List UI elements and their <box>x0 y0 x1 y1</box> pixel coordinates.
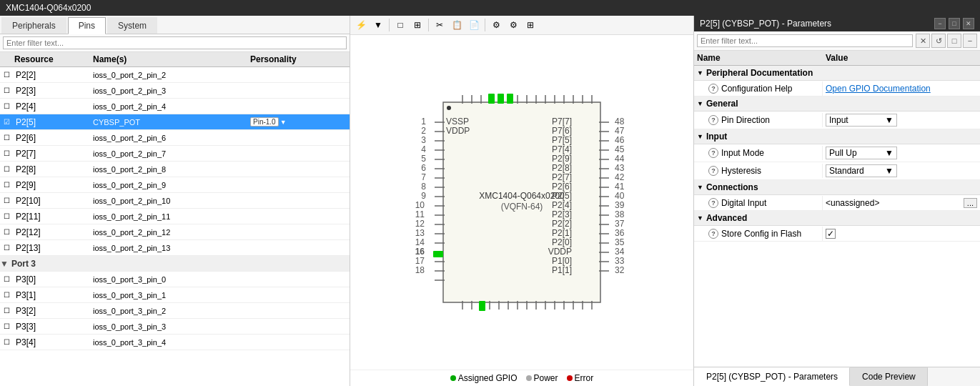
row-names: ioss_0_port_2_pin_4 <box>93 102 250 111</box>
title-close-btn[interactable]: ✕ <box>963 18 974 29</box>
help-icon[interactable]: ? <box>708 115 718 125</box>
toolbar-grid-btn[interactable]: ⊞ <box>410 17 425 33</box>
expand-icon[interactable]: ▼ <box>0 259 10 269</box>
section-peripheral-docs[interactable]: ▼ Peripheral Documentation <box>694 66 980 81</box>
help-icon[interactable]: ? <box>708 84 718 94</box>
digital-input-ellipsis-btn[interactable]: ... <box>964 198 977 208</box>
svg-text:P2[3]: P2[3] <box>552 209 572 219</box>
right-panel-title: P2[5] (CYBSP_POT) - Parameters <box>700 19 831 29</box>
svg-rect-47 <box>433 251 443 257</box>
toolbar-config2-btn[interactable]: ⚙ <box>505 17 521 33</box>
tab-system[interactable]: System <box>107 17 157 34</box>
row-checkbox[interactable]: ☐ <box>0 181 13 189</box>
help-icon[interactable]: ? <box>708 148 718 158</box>
group-header-port3[interactable]: ▼ Port 3 <box>0 256 350 272</box>
table-row[interactable]: ☐ P3[4] ioss_0_port_3_pin_4 <box>0 335 350 350</box>
title-restore-btn[interactable]: □ <box>949 18 960 29</box>
row-checkbox[interactable]: ☐ <box>0 149 13 157</box>
open-gpio-doc-link[interactable]: Open GPIO Documentation <box>826 84 931 94</box>
table-row[interactable]: ☐ P3[0] ioss_0_port_3_pin_0 <box>0 272 350 287</box>
row-checkbox[interactable]: ☐ <box>0 197 13 204</box>
svg-text:P2[9]: P2[9] <box>552 154 572 164</box>
tab-code-preview[interactable]: Code Preview <box>850 367 928 386</box>
right-panel: P2[5] (CYBSP_POT) - Parameters − □ ✕ ✕ ↺… <box>694 16 980 386</box>
row-checkbox[interactable]: ☐ <box>0 212 13 220</box>
table-row[interactable]: ☐ P2[4] ioss_0_port_2_pin_4 <box>0 99 350 114</box>
row-checkbox[interactable]: ☐ <box>0 291 13 299</box>
toolbar-filter-dropdown[interactable]: ▼ <box>370 17 386 33</box>
row-checkbox[interactable]: ☐ <box>0 165 13 173</box>
row-checkbox[interactable]: ☐ <box>0 244 13 252</box>
filter-refresh-btn[interactable]: ↺ <box>931 34 946 48</box>
row-checkbox[interactable]: ☐ <box>0 307 13 315</box>
row-names: ioss_0_port_2_pin_7 <box>93 149 250 158</box>
table-row[interactable]: ☐ P3[3] ioss_0_port_3_pin_3 <box>0 319 350 335</box>
toolbar-export-btn[interactable]: ⊞ <box>523 17 538 33</box>
row-checkbox[interactable]: ☐ <box>0 338 13 346</box>
row-checkbox[interactable]: ☐ <box>0 275 13 283</box>
store-config-checkbox[interactable]: ✓ <box>826 229 836 239</box>
table-row[interactable]: ☐ P2[13] ioss_0_port_2_pin_13 <box>0 240 350 256</box>
left-filter-input[interactable] <box>3 36 347 49</box>
row-checkbox[interactable]: ☐ <box>0 102 13 110</box>
filter-collapse-btn[interactable]: − <box>963 34 977 48</box>
help-icon[interactable]: ? <box>708 198 718 208</box>
param-value-config-help: Open GPIO Documentation <box>823 81 980 96</box>
tab-parameters[interactable]: P2[5] (CYBSP_POT) - Parameters <box>694 367 850 386</box>
svg-text:32: 32 <box>615 265 625 275</box>
table-row[interactable]: ☐ P2[2] ioss_0_port_2_pin_2 <box>0 67 350 83</box>
tab-pins[interactable]: Pins <box>68 17 106 34</box>
row-checkbox[interactable]: ☐ <box>0 71 13 79</box>
table-header: Resource Name(s) Personality <box>0 52 350 67</box>
table-row[interactable]: ☐ P2[11] ioss_0_port_2_pin_11 <box>0 209 350 224</box>
input-mode-dropdown[interactable]: Pull Up ▼ <box>826 147 897 159</box>
filter-expand-btn[interactable]: □ <box>947 34 961 48</box>
table-row[interactable]: ☐ P3[2] ioss_0_port_3_pin_2 <box>0 303 350 319</box>
row-names: ioss_0_port_2_pin_3 <box>93 86 250 95</box>
row-checkbox[interactable]: ☐ <box>0 134 13 142</box>
pin-direction-dropdown[interactable]: Input ▼ <box>826 114 897 127</box>
table-row[interactable]: ☐ P2[6] ioss_0_port_2_pin_6 <box>0 130 350 146</box>
table-row[interactable]: ☐ P2[7] ioss_0_port_2_pin_7 <box>0 146 350 162</box>
table-row-selected[interactable]: ☑ P2[5] CYBSP_POT Pin-1.0 ▼ <box>0 114 350 130</box>
toolbar-filter-btn[interactable]: ⚡ <box>353 17 369 33</box>
row-names: ioss_0_port_2_pin_2 <box>93 71 250 79</box>
section-input[interactable]: ▼ Input <box>694 129 980 144</box>
section-general[interactable]: ▼ General <box>694 96 980 112</box>
legend-assigned-dot <box>450 375 456 381</box>
toolbar-cut-btn[interactable]: ✂ <box>432 17 447 33</box>
param-name-digital-input: ? Digital Input <box>694 196 823 210</box>
row-checkbox[interactable]: ☐ <box>0 228 13 236</box>
table-row[interactable]: ☐ P3[1] ioss_0_port_3_pin_1 <box>0 287 350 303</box>
toolbar-config-btn[interactable]: ⚙ <box>488 17 504 33</box>
table-row[interactable]: ☐ P2[9] ioss_0_port_2_pin_9 <box>0 177 350 193</box>
filter-clear-btn[interactable]: ✕ <box>916 34 930 48</box>
right-filter-input[interactable] <box>697 34 913 47</box>
hysteresis-dropdown[interactable]: Standard ▼ <box>826 164 897 177</box>
param-col-value-header: Value <box>826 53 977 63</box>
toolbar-copy-btn[interactable]: 📋 <box>449 17 465 33</box>
row-checkbox-checked[interactable]: ☑ <box>0 118 13 126</box>
row-checkbox[interactable]: ☐ <box>0 322 13 330</box>
section-connections[interactable]: ▼ Connections <box>694 180 980 195</box>
svg-rect-20 <box>479 301 485 311</box>
chip-area[interactable]: XMC1404-Q064x0200 (VQFN-64) <box>350 35 693 370</box>
table-row[interactable]: ☐ P2[3] ioss_0_port_2_pin_3 <box>0 83 350 99</box>
table-row[interactable]: ☐ P2[8] ioss_0_port_2_pin_8 <box>0 162 350 177</box>
row-resource: P2[12] <box>13 227 93 237</box>
toolbar-paste-btn[interactable]: 📄 <box>466 17 482 33</box>
svg-text:16: 16 <box>415 247 425 257</box>
table-row[interactable]: ☐ P2[12] ioss_0_port_2_pin_12 <box>0 224 350 240</box>
svg-text:43: 43 <box>615 163 625 173</box>
table-row[interactable]: ☐ P2[10] ioss_0_port_2_pin_10 <box>0 193 350 209</box>
title-minimize-btn[interactable]: − <box>934 18 946 29</box>
svg-text:14: 14 <box>415 237 425 247</box>
section-advanced[interactable]: ▼ Advanced <box>694 211 980 226</box>
tab-peripherals[interactable]: Peripherals <box>1 17 66 34</box>
row-checkbox[interactable]: ☐ <box>0 86 13 94</box>
help-icon[interactable]: ? <box>708 229 718 239</box>
help-icon[interactable]: ? <box>708 166 718 176</box>
svg-text:VDDP: VDDP <box>446 126 470 136</box>
param-name-config-help: ? Configuration Help <box>694 81 823 96</box>
toolbar-box-btn[interactable]: □ <box>392 17 408 33</box>
